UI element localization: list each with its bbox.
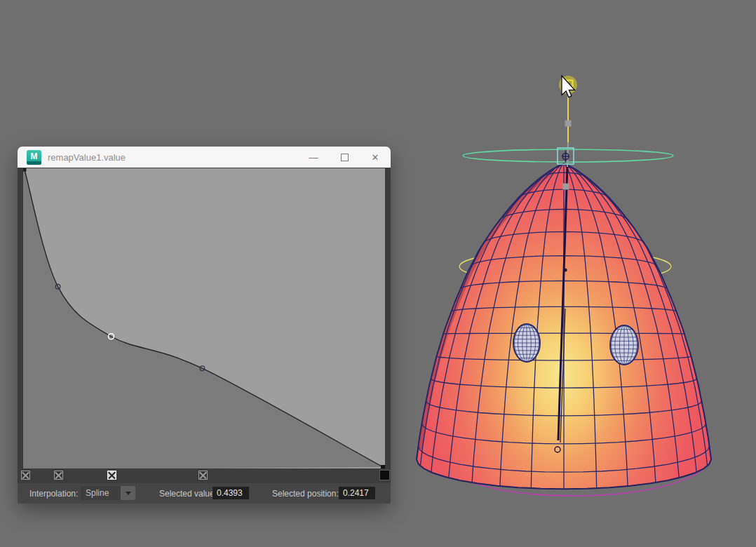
ramp-position-marker[interactable]	[21, 471, 30, 480]
ramp-position-marker[interactable]	[379, 470, 390, 480]
control-bar: Interpolation: Spline Selected value: 0.…	[18, 483, 391, 504]
window-body: Interpolation: Spline Selected value: 0.…	[18, 168, 391, 504]
curve-endpoint[interactable]	[23, 168, 27, 172]
ramp-position-marker[interactable]	[107, 471, 116, 480]
ramp-position-marker[interactable]	[54, 471, 63, 480]
selected-value-field[interactable]: 0.4393	[212, 487, 249, 499]
curve-editor[interactable]	[23, 168, 385, 468]
maximize-button[interactable]	[329, 147, 360, 168]
minimize-button[interactable]: —	[298, 147, 329, 168]
interpolation-label: Interpolation:	[29, 489, 78, 499]
blob-mesh[interactable]	[417, 163, 711, 489]
remap-value-window: M remapValue1.value — ✕ Interpolation: S…	[18, 147, 391, 504]
close-button[interactable]: ✕	[360, 147, 391, 168]
curve-endpoint[interactable]	[381, 465, 385, 468]
interpolation-value: Spline	[81, 488, 121, 498]
dropdown-arrow-icon[interactable]	[121, 486, 135, 500]
ramp-position-marker[interactable]	[198, 471, 208, 480]
stem-node-lower[interactable]	[563, 184, 569, 190]
eye-ellipsoid	[513, 324, 540, 362]
selected-position-field[interactable]: 0.2417	[339, 487, 375, 499]
window-title: remapValue1.value	[48, 152, 126, 163]
interpolation-dropdown[interactable]: Spline	[81, 486, 135, 500]
window-titlebar[interactable]: M remapValue1.value — ✕	[18, 147, 391, 168]
stem-node-upper[interactable]	[565, 121, 572, 127]
selected-value-label: Selected value:	[159, 489, 217, 499]
selected-position-label: Selected position:	[272, 489, 339, 499]
maya-logo-icon: M	[27, 150, 41, 165]
ramp-marker-strip	[18, 471, 391, 482]
maximize-icon	[341, 154, 349, 161]
eye-ellipsoid	[610, 325, 638, 365]
